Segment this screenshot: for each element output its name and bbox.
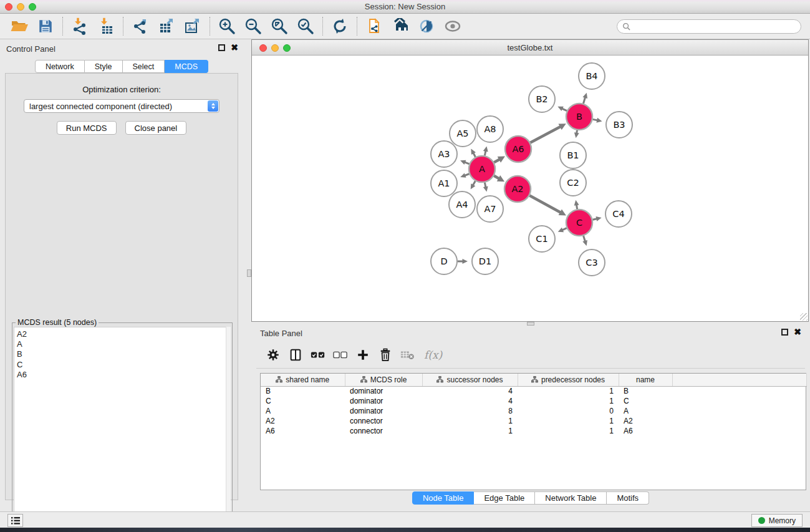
mcds-result-list[interactable]: A2ABCA6 (14, 327, 227, 532)
cell-filler (672, 406, 807, 416)
cell-name[interactable]: C (619, 396, 672, 406)
save-session-button[interactable] (32, 15, 59, 37)
vertical-split-grip[interactable] (247, 269, 251, 277)
network-graph-canvas[interactable]: B4B2BB3A8A5A6A3B1AC2A1A2A4A7C4CC1C3DD1 (253, 56, 808, 321)
cell-MCDS-role[interactable]: connector (345, 416, 422, 426)
cell-successor-nodes[interactable]: 1 (422, 416, 518, 426)
tab-edge-table[interactable]: Edge Table (474, 491, 535, 505)
table-row[interactable]: Cdominator41C (261, 396, 807, 406)
column-header-successor-nodes[interactable]: successor nodes (422, 374, 518, 386)
table-float-panel-icon[interactable] (781, 329, 788, 336)
add-column-button[interactable] (355, 347, 371, 363)
network-file-icon (365, 17, 383, 35)
cell-predecessor-nodes[interactable]: 0 (518, 406, 619, 416)
cell-MCDS-role[interactable]: connector (345, 426, 422, 436)
export-network-icon (132, 17, 149, 35)
tab-motifs[interactable]: Motifs (607, 491, 649, 505)
cell-predecessor-nodes[interactable]: 1 (518, 426, 619, 436)
cell-shared-name[interactable]: B (261, 386, 345, 396)
cell-successor-nodes[interactable]: 4 (422, 396, 518, 406)
gear-icon (266, 348, 280, 362)
resize-handle[interactable] (800, 313, 808, 321)
zoom-out-button[interactable] (240, 15, 266, 37)
cell-shared-name[interactable]: A6 (261, 426, 345, 436)
table-row[interactable]: A2connector11A2 (261, 416, 807, 426)
optimization-criterion-label: Optimization criterion: (6, 85, 238, 94)
tab-style[interactable]: Style (85, 60, 123, 73)
edge-A6-B[interactable] (530, 126, 561, 142)
search-input[interactable] (630, 21, 801, 32)
node-table[interactable]: shared nameMCDS rolesuccessor nodesprede… (260, 373, 806, 490)
column-header-predecessor-nodes[interactable]: predecessor nodes (518, 374, 619, 386)
show-column-button[interactable] (287, 347, 304, 363)
mcds-result-item[interactable]: A6 (17, 370, 226, 380)
mcds-result-item[interactable]: B (17, 349, 226, 359)
column-header-name[interactable]: name (619, 374, 672, 386)
new-network-from-file-button[interactable] (361, 15, 387, 37)
mcds-tab-content: Optimization criterion: largest connecte… (5, 73, 238, 500)
cell-MCDS-role[interactable]: dominator (345, 386, 422, 396)
cell-name[interactable]: A6 (619, 426, 672, 436)
memory-button[interactable]: Memory (751, 514, 803, 527)
tab-node-table[interactable]: Node Table (412, 491, 475, 505)
birds-eye-view-button[interactable] (440, 15, 466, 37)
column-header-shared-name[interactable]: shared name (261, 374, 345, 386)
function-builder-button[interactable]: f(x) (422, 347, 447, 363)
select-all-button[interactable] (310, 347, 326, 363)
cell-shared-name[interactable]: C (261, 396, 345, 406)
cell-name[interactable]: A2 (619, 416, 672, 426)
deselect-all-button[interactable] (332, 347, 349, 363)
refresh-view-button[interactable] (327, 15, 353, 37)
graph-node-label: D (440, 256, 447, 266)
criterion-dropdown[interactable]: largest connected component (directed) (24, 99, 219, 113)
edge-A2-C[interactable] (529, 196, 561, 213)
export-network-button[interactable] (127, 15, 153, 37)
zoom-in-button[interactable] (214, 15, 240, 37)
cell-successor-nodes[interactable]: 8 (422, 406, 518, 416)
show-graphics-details-button[interactable] (413, 15, 440, 37)
export-table-button[interactable] (153, 15, 180, 37)
mcds-result-item[interactable]: A (17, 339, 226, 349)
cell-predecessor-nodes[interactable]: 1 (518, 416, 619, 426)
import-network-button[interactable] (67, 15, 93, 37)
tab-network[interactable]: Network (35, 60, 85, 73)
cell-shared-name[interactable]: A (261, 406, 345, 416)
cell-predecessor-nodes[interactable]: 1 (518, 386, 619, 396)
tab-mcds[interactable]: MCDS (165, 60, 208, 73)
delete-table-button[interactable] (400, 347, 416, 363)
cell-successor-nodes[interactable]: 1 (422, 426, 518, 436)
cell-name[interactable]: A (619, 406, 672, 416)
task-history-button[interactable] (7, 514, 23, 527)
mcds-result-scrollbar[interactable] (226, 327, 231, 532)
mcds-result-item[interactable]: A2 (17, 329, 226, 339)
delete-column-button[interactable] (377, 347, 393, 363)
import-table-button[interactable] (93, 15, 119, 37)
cell-MCDS-role[interactable]: dominator (345, 406, 422, 416)
zoom-fit-button[interactable] (266, 15, 292, 37)
table-row[interactable]: A6connector11A6 (261, 426, 807, 436)
table-settings-button[interactable] (265, 347, 281, 363)
tab-select[interactable]: Select (123, 60, 165, 73)
table-row[interactable]: Bdominator41B (261, 386, 807, 396)
close-panel-icon[interactable]: ✖ (231, 44, 238, 51)
close-panel-button[interactable]: Close panel (125, 121, 187, 135)
cell-MCDS-role[interactable]: dominator (345, 396, 422, 406)
cell-predecessor-nodes[interactable]: 1 (518, 396, 619, 406)
export-image-button[interactable] (180, 15, 206, 37)
open-file-button[interactable] (6, 15, 32, 37)
table-close-panel-icon[interactable]: ✖ (794, 329, 801, 336)
edge-arrow-icon (582, 240, 587, 246)
zoom-selected-button[interactable] (292, 15, 319, 37)
tab-network-table[interactable]: Network Table (535, 491, 607, 505)
float-panel-icon[interactable] (218, 44, 225, 51)
cell-name[interactable]: B (619, 386, 672, 396)
search-field[interactable] (617, 19, 801, 34)
home-button[interactable] (387, 15, 413, 37)
mcds-result-item[interactable]: C (17, 360, 226, 370)
cell-shared-name[interactable]: A2 (261, 416, 345, 426)
cell-successor-nodes[interactable]: 4 (422, 386, 518, 396)
column-header-MCDS-role[interactable]: MCDS role (345, 374, 422, 386)
table-row[interactable]: Adominator80A (261, 406, 807, 416)
network-window-titlebar[interactable]: testGlobe.txt (252, 40, 808, 56)
run-mcds-button[interactable]: Run MCDS (57, 121, 117, 135)
